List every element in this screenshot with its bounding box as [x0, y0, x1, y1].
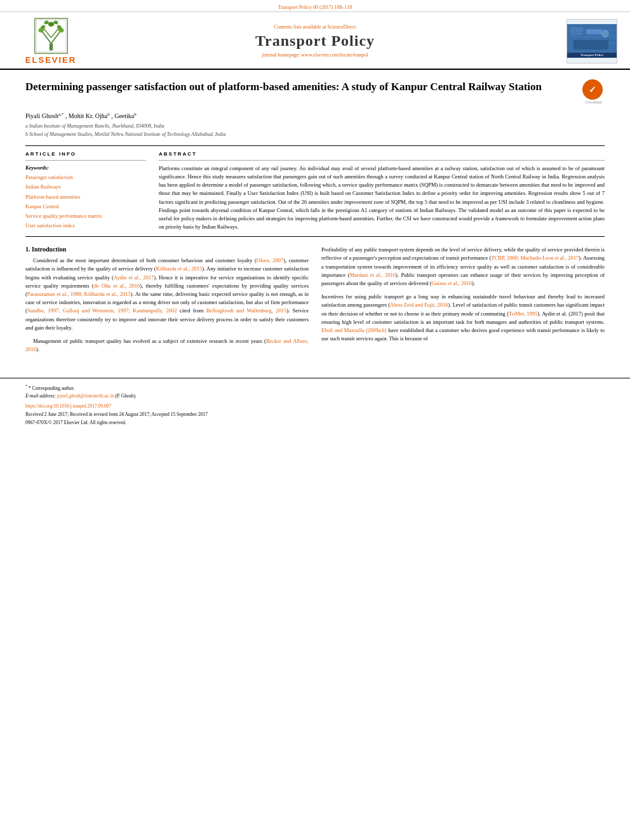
- abstract-divider: [159, 160, 605, 161]
- homepage-url: www.elsevier.com/locate/tranpol: [301, 52, 368, 58]
- cite-kilibarda1: Kilibarda et al., 2015: [156, 265, 203, 272]
- science-direct-text: ScienceDirect: [328, 24, 356, 30]
- cite-trimet: TriMet, 1995: [509, 310, 537, 317]
- page: Transport Policy 60 (2017) 108–118: [0, 0, 630, 840]
- article-title-wrapper: Determining passenger satisfaction out o…: [25, 79, 576, 95]
- svg-point-21: [601, 30, 609, 37]
- cite-olsen: Olsen, 2007: [257, 257, 284, 263]
- keyword-4: Kanpur Central: [25, 202, 146, 211]
- crossmark-icon: ✓: [582, 79, 603, 100]
- divider-after-affiliations: [25, 145, 605, 146]
- cover-placeholder: [567, 24, 617, 53]
- journal-homepage: journal homepage: www.elsevier.com/locat…: [89, 52, 541, 58]
- svg-rect-0: [49, 43, 53, 50]
- abstract-text: Platforms constitute an integral compone…: [159, 164, 605, 231]
- keyword-5: Service quality performance matrix: [25, 211, 146, 221]
- author1-sup: a,*: [58, 112, 64, 117]
- email-note: E-mail address: piyali.ghosh@iimranchi.a…: [25, 392, 605, 400]
- intro-heading: 1. Introduction: [25, 246, 309, 253]
- body-left-column: 1. Introduction Considered as the most i…: [25, 246, 309, 359]
- info-abstract-section: ARTICLE INFO Keywords: Passenger satisfa…: [25, 151, 605, 231]
- svg-rect-20: [573, 40, 608, 50]
- keywords-label: Keywords:: [25, 164, 146, 171]
- cite-deona: de Oña et al., 2016: [94, 283, 140, 289]
- crossmark-badge: ✓ CrossMark: [582, 79, 605, 102]
- divider-after-abstract: [25, 236, 605, 237]
- elsevier-tree-icon: [34, 17, 69, 55]
- svg-rect-19: [586, 29, 602, 34]
- intro-paragraph-2: Management of public transport quality h…: [25, 337, 309, 354]
- science-direct-link: Contents lists available at ScienceDirec…: [89, 24, 541, 30]
- keyword-2: Indian Railways: [25, 182, 146, 192]
- journal-header-center: Contents lists available at ScienceDirec…: [89, 24, 541, 58]
- authors-line: Piyali Ghosha,* , Mohit Kr. Ojhab , Geet…: [25, 112, 605, 119]
- author3-sup: b: [134, 112, 137, 117]
- info-divider: [25, 160, 146, 161]
- right-paragraph-2: Incentives for using public transport go…: [321, 293, 605, 343]
- received-dates: Received 2 June 2017; Received in revise…: [25, 411, 605, 417]
- abstract-column: ABSTRACT Platforms constitute an integra…: [159, 151, 605, 231]
- page-footer: * * Corresponding author. E-mail address…: [0, 378, 630, 429]
- article-title-section: Determining passenger satisfaction out o…: [25, 79, 605, 107]
- svg-line-1: [42, 32, 51, 43]
- journal-header: ELSEVIER Contents lists available at Sci…: [0, 12, 630, 70]
- intro-paragraph-1: Considered as the most important determi…: [25, 257, 309, 332]
- email-address: piyali.ghosh@iimranchi.ac.in: [57, 393, 114, 399]
- cite-tcrp: TCRP, 2000; Machado-Leon et al., 2017: [491, 255, 579, 261]
- affiliations: a Indian Institute of Management Ranchi,…: [25, 123, 605, 139]
- cite-aydin1: Aydin et al., 2017: [114, 274, 154, 281]
- elsevier-text-label: ELSEVIER: [25, 55, 76, 65]
- affiliation-b: b School of Management Studies, Motilal …: [25, 131, 605, 139]
- crossmark-label: CrossMark: [582, 100, 605, 104]
- main-content: Determining passenger satisfaction out o…: [0, 70, 630, 371]
- doi-link: https://doi.org/10.1016/j.tranpol.2017.0…: [25, 403, 111, 409]
- author1-name: Piyali Ghosh: [25, 112, 58, 119]
- affiliation-a: a Indian Institute of Management Ranchi,…: [25, 123, 605, 131]
- article-info-column: ARTICLE INFO Keywords: Passenger satisfa…: [25, 151, 146, 231]
- cite-mardani: Mardani et al., 2016: [350, 272, 396, 278]
- svg-rect-18: [570, 27, 583, 35]
- journal-citation: Transport Policy 60 (2017) 108–118: [278, 4, 352, 10]
- cite-guirao: Guirao et al., 2016: [431, 280, 472, 286]
- cite-para: Parasuraman et al., 1988; Kilibarda et a…: [27, 291, 131, 297]
- copyright-notice: 0967-070X/© 2017 Elsevier Ltd. All right…: [25, 420, 605, 425]
- journal-cover-section: Transport Policy: [541, 19, 617, 63]
- intro-section-title: Introduction: [32, 246, 66, 253]
- cite-eboli: Eboli and Mazzulla (2009a,b): [321, 327, 387, 333]
- keyword-1: Passenger satisfaction: [25, 173, 146, 182]
- cite-abouzeid: Abou-Zeid and Fujii, 2016: [390, 302, 448, 308]
- body-content: 1. Introduction Considered as the most i…: [25, 246, 605, 359]
- email-person: (P. Ghosh).: [115, 393, 137, 399]
- keyword-3: Platform-based amenities: [25, 192, 146, 202]
- keyword-6: User satisfaction index: [25, 221, 146, 230]
- article-info-label: ARTICLE INFO: [25, 151, 146, 157]
- article-title: Determining passenger satisfaction out o…: [25, 79, 576, 95]
- elsevier-logo-section: ELSEVIER: [13, 17, 89, 65]
- corresponding-author-note: * * Corresponding author.: [25, 383, 605, 392]
- email-label: E-mail address:: [25, 393, 57, 399]
- cite-bellingkrodt: Bellingkrodt and Wallenburg, 2015: [206, 307, 287, 314]
- svg-point-9: [48, 22, 53, 27]
- author2-sup: b: [107, 112, 110, 117]
- journal-cover-image: Transport Policy: [566, 19, 617, 63]
- author2-name: , Mohit Kr. Ojha: [65, 112, 107, 119]
- author3-name: , Geetika: [111, 112, 134, 119]
- svg-text:✓: ✓: [589, 84, 596, 95]
- right-paragraph-1: Profitability of any public transport sy…: [321, 246, 605, 288]
- cite-sundbo: Sundbo, 1997; Gallouj and Weinstein, 199…: [27, 307, 177, 314]
- intro-section-number: 1.: [25, 246, 30, 253]
- elsevier-logo: ELSEVIER: [13, 17, 89, 65]
- doi-note: https://doi.org/10.1016/j.tranpol.2017.0…: [25, 403, 605, 410]
- svg-line-2: [51, 32, 60, 43]
- abstract-label: ABSTRACT: [159, 151, 605, 157]
- cite-becker: Becker and Albers, 2016: [25, 338, 309, 352]
- journal-name: Transport Policy: [89, 32, 541, 50]
- corresponding-label: * Corresponding author.: [29, 385, 75, 391]
- body-right-column: Profitability of any public transport sy…: [321, 246, 605, 359]
- body-two-columns: 1. Introduction Considered as the most i…: [25, 246, 605, 359]
- cover-title: Transport Policy: [567, 53, 617, 58]
- journal-top-bar: Transport Policy 60 (2017) 108–118: [0, 0, 630, 12]
